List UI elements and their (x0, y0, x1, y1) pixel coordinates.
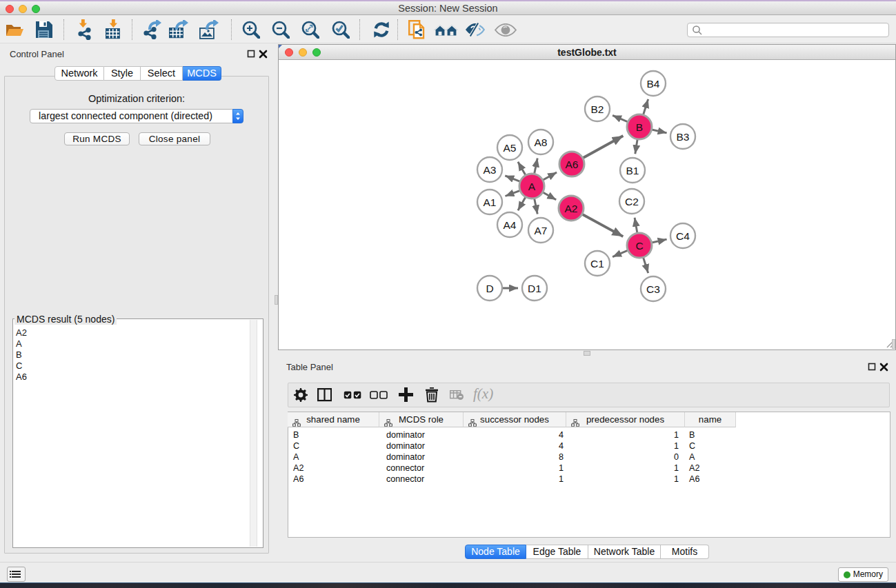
svg-text:A3: A3 (484, 164, 497, 176)
svg-text:A2: A2 (565, 203, 578, 214)
svg-text:C2: C2 (625, 196, 639, 207)
svg-text:C: C (635, 240, 643, 252)
svg-text:A6: A6 (566, 159, 579, 170)
svg-text:C1: C1 (590, 258, 604, 270)
svg-text:B3: B3 (677, 131, 690, 143)
svg-text:D: D (486, 283, 493, 294)
svg-text:C3: C3 (646, 283, 660, 295)
svg-text:A8: A8 (535, 136, 548, 148)
svg-text:B1: B1 (626, 165, 639, 176)
svg-text:C4: C4 (676, 230, 690, 242)
svg-text:A1: A1 (484, 196, 497, 208)
svg-text:B2: B2 (591, 103, 604, 115)
svg-text:B4: B4 (647, 78, 660, 90)
svg-text:A7: A7 (535, 225, 548, 236)
svg-text:A5: A5 (504, 142, 517, 154)
svg-text:B: B (636, 121, 643, 133)
svg-text:A4: A4 (504, 219, 517, 231)
svg-text:A: A (528, 181, 536, 192)
svg-text:D1: D1 (528, 283, 541, 294)
